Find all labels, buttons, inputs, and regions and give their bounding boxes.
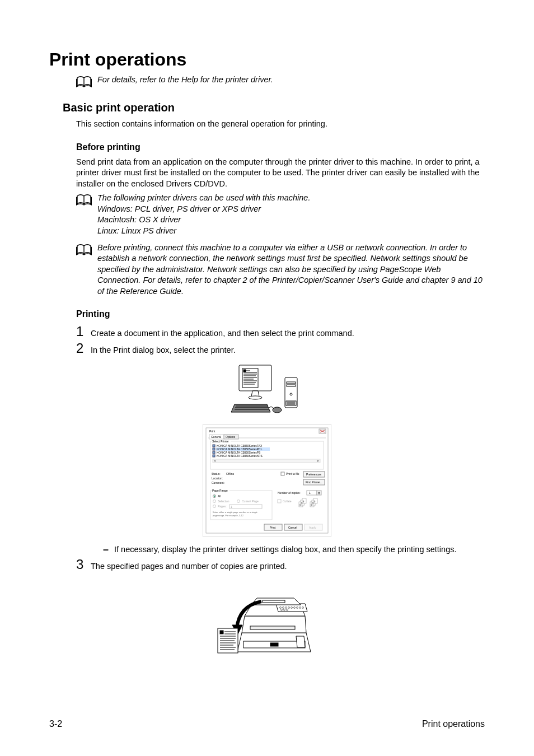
svg-text:Page Range: Page Range: [212, 489, 228, 492]
svg-point-88: [280, 606, 282, 608]
svg-text:All: All: [218, 494, 221, 498]
svg-rect-36: [213, 445, 215, 447]
svg-point-92: [291, 606, 293, 608]
note-line: Macintosh: OS X driver: [97, 214, 310, 226]
copies-input[interactable]: [307, 491, 317, 495]
step-2-bullet: If necessary, display the printer driver…: [114, 544, 456, 556]
step-number-2: 2: [76, 340, 91, 356]
step-1-text: Create a document in the application, an…: [91, 328, 354, 339]
collate-checkbox[interactable]: [278, 500, 281, 503]
svg-text:1: 1: [309, 491, 311, 494]
book-icon: [76, 194, 92, 206]
svg-point-16: [273, 407, 282, 413]
svg-text:Comment:: Comment:: [212, 481, 224, 484]
step-number-1: 1: [76, 324, 91, 339]
svg-text:page range. For example, 5-12: page range. For example, 5-12: [213, 514, 244, 517]
svg-rect-20: [287, 385, 296, 386]
svg-text:Collate: Collate: [283, 500, 292, 503]
svg-rect-43: [213, 455, 215, 457]
svg-point-99: [287, 609, 288, 610]
radio-selection[interactable]: [213, 500, 216, 503]
dialog-title: Print: [209, 430, 216, 433]
page-title: Print operations: [49, 49, 485, 70]
svg-point-89: [283, 606, 284, 608]
svg-rect-87: [250, 626, 295, 629]
svg-point-94: [297, 606, 298, 608]
note-connection: Before printing, connect this machine to…: [97, 242, 485, 297]
svg-text:Pages:: Pages:: [218, 505, 227, 508]
footer-page-number: 3-2: [49, 719, 62, 729]
note-top: For details, refer to the Help for the p…: [97, 74, 273, 86]
svg-rect-86: [270, 643, 278, 646]
svg-text:Selection: Selection: [218, 500, 229, 503]
close-icon[interactable]: [319, 429, 326, 433]
figure-printer: [49, 577, 485, 663]
figure-print-dialog: Print General Options Select Printer KON…: [49, 424, 485, 539]
svg-point-95: [299, 606, 301, 608]
svg-text:Select Printer: Select Printer: [212, 440, 229, 443]
svg-text:Print: Print: [270, 526, 276, 529]
svg-point-18: [290, 393, 292, 395]
svg-text:Status:: Status:: [212, 472, 221, 475]
svg-rect-103: [220, 631, 223, 634]
svg-text:KONICA MINOLTA C3850SeriesXPS: KONICA MINOLTA C3850SeriesXPS: [217, 454, 263, 458]
svg-rect-19: [287, 382, 296, 384]
book-icon: [76, 244, 92, 256]
step-3-text: The specified pages and number of copies…: [91, 561, 287, 572]
printing-title: Printing: [76, 309, 485, 319]
svg-point-96: [302, 606, 304, 608]
svg-point-91: [288, 606, 290, 608]
section-basic-intro: This section contains information on the…: [76, 119, 485, 130]
before-printing-title: Before printing: [76, 142, 485, 152]
svg-text:Current Page: Current Page: [242, 500, 259, 503]
radio-current-page[interactable]: [237, 500, 240, 503]
svg-rect-100: [263, 600, 285, 603]
printer-list[interactable]: KONICA MINOLTA C3850SeriesFAX KONICA MIN…: [213, 444, 270, 458]
svg-text:Print to file: Print to file: [286, 472, 299, 475]
scrollbar[interactable]: [213, 459, 320, 463]
svg-text:General: General: [211, 435, 221, 438]
step-number-3: 3: [76, 557, 91, 572]
before-printing-para: Send print data from an application on t…: [76, 157, 485, 190]
svg-point-57: [214, 496, 215, 497]
radio-pages[interactable]: [213, 505, 216, 508]
footer-section: Print operations: [422, 719, 485, 729]
svg-rect-11: [243, 370, 246, 372]
svg-text:Number of copies:: Number of copies:: [278, 491, 301, 494]
step-2-text: In the Print dialog box, select the prin…: [91, 345, 236, 356]
svg-point-98: [284, 609, 285, 610]
section-basic-title: Basic print operation: [63, 101, 485, 114]
print-to-file-checkbox[interactable]: [281, 472, 284, 475]
svg-text:Preferences: Preferences: [306, 473, 321, 476]
pages-input[interactable]: [229, 505, 262, 508]
note-line: The following printer drivers can be use…: [97, 193, 310, 204]
svg-rect-38: [213, 448, 215, 450]
note-drivers: The following printer drivers can be use…: [97, 193, 310, 236]
svg-text:Find Printer...: Find Printer...: [306, 480, 322, 484]
svg-text:1: 1: [231, 505, 232, 508]
svg-text:Options: Options: [226, 435, 236, 438]
bullet-dash: –: [103, 544, 114, 554]
svg-rect-41: [213, 451, 215, 454]
book-icon: [76, 76, 92, 88]
svg-point-93: [294, 606, 296, 608]
svg-point-12: [249, 396, 262, 399]
svg-text:Location:: Location:: [212, 477, 223, 480]
svg-point-97: [281, 609, 283, 610]
svg-point-90: [285, 606, 287, 608]
svg-text:Enter either a single page num: Enter either a single page number or a s…: [213, 511, 258, 514]
figure-computer: [49, 361, 485, 419]
svg-text:Offline: Offline: [226, 472, 235, 475]
svg-text:Apply: Apply: [309, 526, 316, 529]
note-line: Linux: Linux PS driver: [97, 226, 310, 237]
svg-text:Cancel: Cancel: [288, 526, 297, 529]
note-line: Windows: PCL driver, PS driver or XPS dr…: [97, 204, 310, 215]
